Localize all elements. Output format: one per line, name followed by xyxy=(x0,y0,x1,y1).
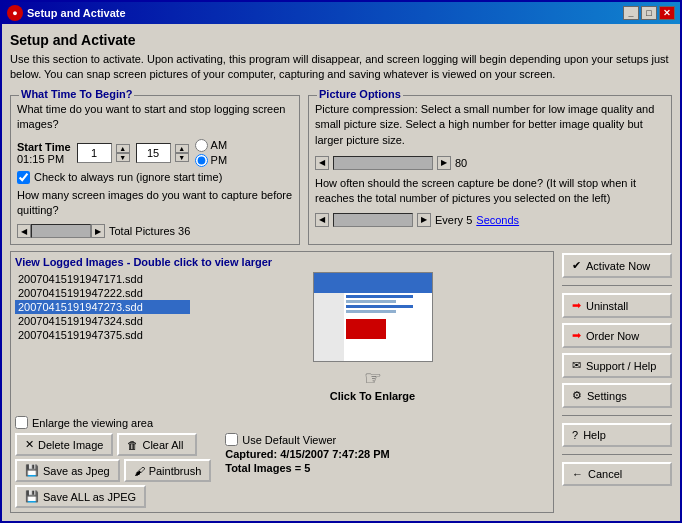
header-section: Setup and Activate Use this section to a… xyxy=(10,32,672,89)
main-window: ● Setup and Activate _ □ ✕ Setup and Act… xyxy=(0,0,682,523)
frequency-left-button[interactable]: ◀ xyxy=(315,213,329,227)
order-now-icon: ➡ xyxy=(572,329,581,342)
hour-spinner: 1 ▲ ▼ xyxy=(77,143,130,163)
compression-right-button[interactable]: ▶ xyxy=(437,156,451,170)
minute-input[interactable]: 15 xyxy=(136,143,171,163)
order-now-button[interactable]: ➡ Order Now xyxy=(562,323,672,348)
close-button[interactable]: ✕ xyxy=(659,6,675,20)
time-display: 01:15 PM xyxy=(17,153,71,165)
minimize-button[interactable]: _ xyxy=(623,6,639,20)
hour-up-button[interactable]: ▲ xyxy=(116,144,130,153)
compression-track[interactable] xyxy=(333,156,433,170)
title-bar: ● Setup and Activate _ □ ✕ xyxy=(2,2,680,24)
always-run-checkbox[interactable]: Check to always run (ignore start time) xyxy=(17,171,293,184)
picture-options-label: Picture Options xyxy=(317,88,403,100)
help-icon: ? xyxy=(572,429,578,441)
minute-down-button[interactable]: ▼ xyxy=(175,153,189,162)
time-panel-desc: What time do you want to start and stop … xyxy=(17,102,293,133)
frequency-right-button[interactable]: ▶ xyxy=(417,213,431,227)
help-button[interactable]: ? Help xyxy=(562,423,672,447)
enlarge-label: Enlarge the viewing area xyxy=(32,417,153,429)
right-action-buttons: ✔ Activate Now ➡ Uninstall ➡ Order Now ✉… xyxy=(562,251,672,513)
compression-row: ◀ ▶ 80 xyxy=(315,156,665,170)
minute-up-button[interactable]: ▲ xyxy=(175,144,189,153)
window-title: Setup and Activate xyxy=(27,7,126,19)
minute-spinner: 15 ▲ ▼ xyxy=(136,143,189,163)
paintbrush-icon: 🖌 xyxy=(134,465,145,477)
total-pictures-label: Total Pictures 36 xyxy=(109,225,190,237)
picture-options-panel: Picture Options Picture compression: Sel… xyxy=(308,95,672,246)
activate-icon: ✔ xyxy=(572,259,581,272)
hour-down-button[interactable]: ▼ xyxy=(116,153,130,162)
am-radio[interactable]: AM xyxy=(195,139,228,152)
window-controls: _ □ ✕ xyxy=(623,6,675,20)
click-to-enlarge: ☞ Click To Enlarge xyxy=(330,366,415,402)
support-help-button[interactable]: ✉ Support / Help xyxy=(562,353,672,378)
seconds-link[interactable]: Seconds xyxy=(476,214,519,226)
page-title: Setup and Activate xyxy=(10,32,672,48)
bottom-section: View Logged Images - Double click to vie… xyxy=(10,251,672,513)
save-all-icon: 💾 xyxy=(25,490,39,503)
time-row: Start Time 01:15 PM 1 ▲ ▼ 15 ▲ xyxy=(17,139,293,167)
logged-panel-footer: Enlarge the viewing area ✕ Delete Image … xyxy=(15,416,549,508)
settings-button[interactable]: ⚙ Settings xyxy=(562,383,672,408)
scroll-right-button[interactable]: ▶ xyxy=(91,224,105,238)
hand-icon: ☞ xyxy=(364,366,382,390)
save-all-jpeg-button[interactable]: 💾 Save ALL as JPEG xyxy=(15,485,146,508)
logged-panel-title: View Logged Images - Double click to vie… xyxy=(15,256,549,268)
list-item[interactable]: 20070415191947375.sdd xyxy=(15,328,190,342)
am-label: AM xyxy=(211,139,228,151)
logged-images-panel: View Logged Images - Double click to vie… xyxy=(10,251,554,513)
cancel-button[interactable]: ← Cancel xyxy=(562,462,672,486)
capture-count-desc: How many screen images do you want to ca… xyxy=(17,188,293,219)
default-viewer-checkbox[interactable] xyxy=(225,433,238,446)
enlarge-checkbox[interactable] xyxy=(15,416,28,429)
list-item[interactable]: 20070415191947324.sdd xyxy=(15,314,190,328)
compression-value: 80 xyxy=(455,157,467,169)
hour-input[interactable]: 1 xyxy=(77,143,112,163)
captured-text: Captured: 4/15/2007 7:47:28 PM xyxy=(225,448,389,460)
list-item[interactable]: 20070415191947171.sdd xyxy=(15,272,190,286)
picture-options-desc: Picture compression: Select a small numb… xyxy=(315,102,665,148)
enlarge-text: Click To Enlarge xyxy=(330,390,415,402)
am-radio-input[interactable] xyxy=(195,139,208,152)
support-icon: ✉ xyxy=(572,359,581,372)
every-value: Every 5 xyxy=(435,214,472,226)
save-jpeg-icon: 💾 xyxy=(25,464,39,477)
hour-spinner-buttons: ▲ ▼ xyxy=(116,144,130,162)
pictures-scrollbar[interactable]: ◀ ▶ xyxy=(17,224,105,238)
frequency-row: ◀ ▶ Every 5 Seconds xyxy=(315,213,665,227)
clear-all-button[interactable]: 🗑 Clear All xyxy=(117,433,197,456)
paintbrush-button[interactable]: 🖌 Paintbrush xyxy=(124,459,212,482)
uninstall-icon: ➡ xyxy=(572,299,581,312)
maximize-button[interactable]: □ xyxy=(641,6,657,20)
list-item[interactable]: 20070415191947222.sdd xyxy=(15,286,190,300)
time-panel-label: What Time To Begin? xyxy=(19,88,134,100)
uninstall-button[interactable]: ➡ Uninstall xyxy=(562,293,672,318)
preview-area: ☞ Click To Enlarge xyxy=(196,272,549,412)
app-icon: ● xyxy=(7,5,23,21)
start-time-section: Start Time 01:15 PM xyxy=(17,141,71,165)
frequency-track[interactable] xyxy=(333,213,413,227)
always-run-input[interactable] xyxy=(17,171,30,184)
main-content: Setup and Activate Use this section to a… xyxy=(2,24,680,521)
settings-icon: ⚙ xyxy=(572,389,582,402)
activate-now-button[interactable]: ✔ Activate Now xyxy=(562,253,672,278)
cancel-icon: ← xyxy=(572,468,583,480)
save-jpeg-button[interactable]: 💾 Save as Jpeg xyxy=(15,459,120,482)
total-images-text: Total Images = 5 xyxy=(225,462,389,474)
am-pm-selector: AM PM xyxy=(195,139,228,167)
delete-icon: ✕ xyxy=(25,438,34,451)
scroll-track[interactable] xyxy=(31,224,91,238)
preview-image[interactable] xyxy=(313,272,433,362)
scroll-left-button[interactable]: ◀ xyxy=(17,224,31,238)
delete-image-button[interactable]: ✕ Delete Image xyxy=(15,433,113,456)
divider-1 xyxy=(562,285,672,286)
enlarge-checkbox-row: Enlarge the viewing area xyxy=(15,416,549,429)
top-panels: What Time To Begin? What time do you wan… xyxy=(10,95,672,246)
always-run-label: Check to always run (ignore start time) xyxy=(34,171,222,183)
list-item[interactable]: 20070415191947273.sdd xyxy=(15,300,190,314)
pm-radio[interactable]: PM xyxy=(195,154,228,167)
pm-radio-input[interactable] xyxy=(195,154,208,167)
compression-left-button[interactable]: ◀ xyxy=(315,156,329,170)
